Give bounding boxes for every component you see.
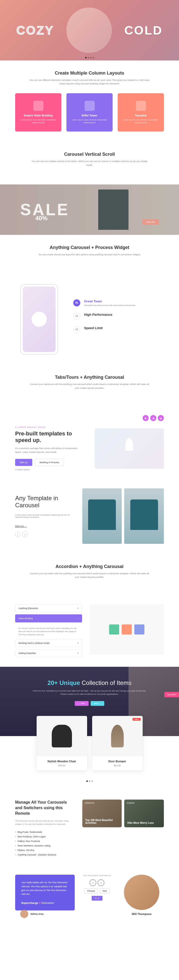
badge-icon[interactable]: ◒ xyxy=(158,415,164,421)
remote-section: Manage All Your Carousels and Switchers … xyxy=(0,789,179,867)
accordion-illustration xyxy=(90,604,164,655)
vertical-section: Carousel Vertical Scroll You can use our… xyxy=(0,142,179,185)
product-card[interactable]: Sale! Door Bumper $14.00 xyxy=(92,716,143,770)
list-item: New Products, Client Logos xyxy=(15,834,75,839)
template-section: Any Template in Carousel Lorem ipsum dol… xyxy=(0,478,179,554)
product-pagination[interactable] xyxy=(0,780,179,789)
columns-desc: You can use different elementor template… xyxy=(29,78,150,86)
previous-button[interactable]: Previous xyxy=(85,889,98,893)
hero-banner: COZY COLD xyxy=(0,0,179,60)
list-item: Flipbox, Info Box xyxy=(15,848,75,853)
process-step-1[interactable]: 01 Great Team Strengthening vital proces… xyxy=(73,299,159,306)
template-cta-link[interactable]: Get it on → xyxy=(15,525,27,527)
chevron-left-icon: ‹ xyxy=(93,881,94,884)
accordion-list: Anything Elementor+ Team Building− It's … xyxy=(15,604,82,659)
columns-title: Create Multiple Column Layouts xyxy=(15,70,164,76)
portrait-name: Will Thompson xyxy=(120,912,164,915)
tabs-content: ◐ ◑ ◒ A LOWER ENERGY SPACE Pre-built tem… xyxy=(0,407,179,478)
prev-arrow-button[interactable]: ‹ xyxy=(90,880,96,886)
product-card[interactable]: Stylish Wooden Chair $79.00 xyxy=(37,716,87,770)
product-image[interactable] xyxy=(124,488,164,544)
prev-button[interactable]: ‹ xyxy=(15,532,21,537)
accordion-desc: Connect your accordion with the anything… xyxy=(29,572,150,579)
puzzle-icon xyxy=(122,624,132,635)
grid-title: Hike More Worry Less xyxy=(127,821,154,824)
product-name: Door Bumper xyxy=(96,760,139,763)
list-item: Anything Carousel - Dynamic Sections xyxy=(15,853,75,857)
puzzle-icon xyxy=(109,624,119,635)
tabs-label: A LOWER ENERGY SPACE xyxy=(15,426,85,428)
remote-desc: This Carousel remote will work with all … xyxy=(15,819,75,826)
unique-desc: Feel it for free, Activated as a normal … xyxy=(32,689,148,696)
list-item: Gallery, Woo Products xyxy=(15,839,75,843)
template-images xyxy=(82,488,164,544)
remote-grid: LIFESTYLE Top 100 Most Beautiful Activit… xyxy=(82,800,164,857)
step-number: 03 xyxy=(73,326,80,333)
grid-card[interactable]: CLIENTS Hike More Worry Less xyxy=(124,800,164,827)
step-number: 02 xyxy=(73,313,80,320)
card-text: Lorem ipsum dolor sit amet consectetur a… xyxy=(20,118,56,124)
grid-card[interactable]: LIFESTYLE Top 100 Most Beautiful Activit… xyxy=(82,800,122,827)
product-image[interactable] xyxy=(82,488,122,544)
testimonial-controls: THE SPEAKER PORTRAITS ‹ › Previous Next … xyxy=(82,875,112,900)
sale-banner: SALE 40% Let's Go xyxy=(0,185,179,235)
testimonial-section: I am really satisfy with my The Plus Ele… xyxy=(0,867,179,931)
next-button[interactable]: › xyxy=(22,532,28,537)
product-price: $14.00 xyxy=(96,764,139,767)
grid-category: CLIENTS xyxy=(127,802,134,804)
badge-icon[interactable]: ◐ xyxy=(143,415,149,421)
grid-category: LIFESTYLE xyxy=(85,802,94,804)
remote-text: Manage All Your Carousels and Switchers … xyxy=(15,800,75,857)
product-name: Stylish Wooden Chair xyxy=(40,760,83,763)
page-indicator[interactable]: 0 | 2 xyxy=(92,896,102,900)
accordion-expanded-text: It's not just random dummy text but if y… xyxy=(15,624,82,639)
phone-screen xyxy=(23,286,56,352)
tabs-illustration xyxy=(95,428,164,469)
plus-icon: + xyxy=(78,642,79,644)
testimonial-portrait: Will Thompson xyxy=(120,875,164,915)
sale-cta-button[interactable]: Let's Go xyxy=(142,219,159,225)
supercharge-text: Supercharge ♥ Elementor xyxy=(21,901,69,904)
portrait-avatar xyxy=(124,875,159,910)
badge-icon[interactable]: ◑ xyxy=(150,415,156,421)
testimonial-author: Sidney Grey xyxy=(20,910,44,918)
product-image xyxy=(37,716,87,756)
hero-pagination[interactable] xyxy=(85,57,94,59)
columns-cards: Empire State Building Lorem ipsum dolor … xyxy=(15,93,164,132)
sale-model-image xyxy=(98,189,128,230)
card-text: Lorem ipsum dolor sit amet consectetur a… xyxy=(123,118,159,124)
step-number: 01 xyxy=(73,299,80,306)
process-section-header: Anything Carousel + Process Widget You c… xyxy=(0,235,179,274)
process-step-2[interactable]: 02 High Performance xyxy=(73,313,159,320)
buy-badge[interactable]: Buy $199 xyxy=(165,692,179,697)
avatar xyxy=(20,910,28,918)
product-cards: Stylish Wooden Chair $79.00 Sale! Door B… xyxy=(0,716,179,780)
step-title: High Performance xyxy=(84,313,112,317)
tower-icon xyxy=(85,101,95,111)
process-step-3[interactable]: 03 Speed Limit xyxy=(73,326,159,333)
prev-button[interactable]: ← Prev xyxy=(75,701,89,706)
accordion-item[interactable]: Working hard to achieve Goals+ xyxy=(15,639,82,647)
rocket-icon xyxy=(125,438,133,451)
card-title: Tajmahal xyxy=(123,114,159,117)
card-eiffel[interactable]: Eiffel Tower Lorem ipsum dolor sit amet … xyxy=(66,93,113,132)
list-item: Team Members, Dynamic Listing xyxy=(15,843,75,848)
accordion-item-active[interactable]: Team Building− xyxy=(15,614,82,622)
next-button[interactable]: Next xyxy=(100,889,110,893)
testimonial-text: I am really satisfy with my The Plus Ele… xyxy=(21,881,69,896)
card-tajmahal[interactable]: Tajmahal Lorem ipsum dolor sit amet cons… xyxy=(118,93,164,132)
grid-title: Top 100 Most Beautiful Activities xyxy=(85,819,119,824)
next-button[interactable]: Next → xyxy=(91,701,104,706)
template-nav: ‹ › xyxy=(15,532,75,537)
accordion-item[interactable]: Anything Elementor+ xyxy=(15,604,82,612)
remote-title: Manage All Your Carousels and Switchers … xyxy=(15,800,75,816)
next-arrow-button[interactable]: › xyxy=(98,880,104,886)
card-empire[interactable]: Empire State Building Lorem ipsum dolor … xyxy=(15,93,61,132)
working-button[interactable]: Working in Process xyxy=(35,459,64,466)
accordion-item[interactable]: Getting Expertise+ xyxy=(15,649,82,657)
testimonial-card: I am really satisfy with my The Plus Ele… xyxy=(15,875,75,910)
grand-system-text: 2 Grand System xyxy=(15,468,85,471)
startup-button[interactable]: Start up xyxy=(15,459,32,466)
tabs-heading: Pre-built templates to speed up. xyxy=(15,430,85,444)
tabs-desc: Connect your tabs/tours with the anythin… xyxy=(29,382,150,390)
